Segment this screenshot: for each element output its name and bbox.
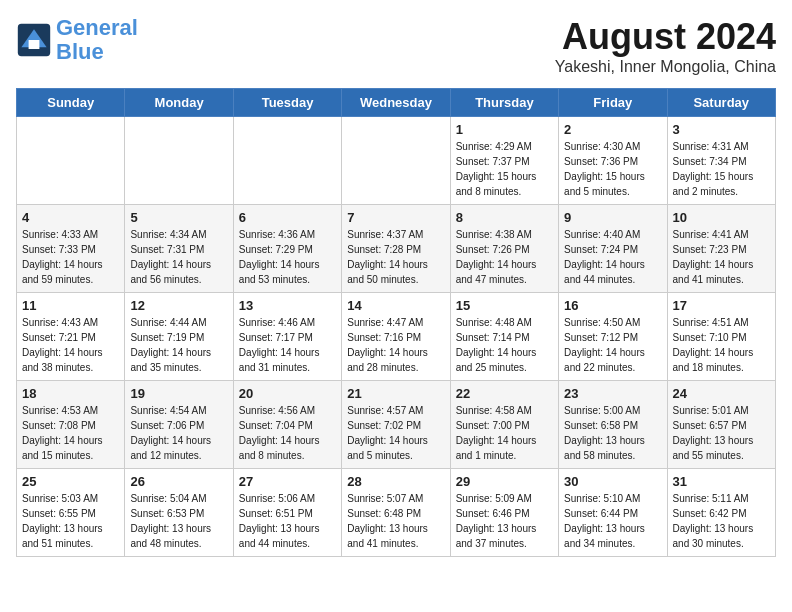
calendar-cell: 29Sunrise: 5:09 AM Sunset: 6:46 PM Dayli…: [450, 469, 558, 557]
day-number: 29: [456, 474, 553, 489]
day-info: Sunrise: 4:40 AM Sunset: 7:24 PM Dayligh…: [564, 227, 661, 287]
day-info: Sunrise: 5:03 AM Sunset: 6:55 PM Dayligh…: [22, 491, 119, 551]
day-info: Sunrise: 5:10 AM Sunset: 6:44 PM Dayligh…: [564, 491, 661, 551]
day-number: 30: [564, 474, 661, 489]
day-info: Sunrise: 4:37 AM Sunset: 7:28 PM Dayligh…: [347, 227, 444, 287]
day-number: 17: [673, 298, 770, 313]
day-info: Sunrise: 4:58 AM Sunset: 7:00 PM Dayligh…: [456, 403, 553, 463]
day-number: 26: [130, 474, 227, 489]
day-number: 23: [564, 386, 661, 401]
day-info: Sunrise: 5:11 AM Sunset: 6:42 PM Dayligh…: [673, 491, 770, 551]
calendar-cell: [233, 117, 341, 205]
day-number: 27: [239, 474, 336, 489]
calendar-cell: 17Sunrise: 4:51 AM Sunset: 7:10 PM Dayli…: [667, 293, 775, 381]
calendar-header: SundayMondayTuesdayWednesdayThursdayFrid…: [17, 89, 776, 117]
calendar-cell: 21Sunrise: 4:57 AM Sunset: 7:02 PM Dayli…: [342, 381, 450, 469]
day-number: 6: [239, 210, 336, 225]
calendar-title: August 2024: [555, 16, 776, 58]
calendar-cell: 26Sunrise: 5:04 AM Sunset: 6:53 PM Dayli…: [125, 469, 233, 557]
calendar-cell: 19Sunrise: 4:54 AM Sunset: 7:06 PM Dayli…: [125, 381, 233, 469]
day-number: 28: [347, 474, 444, 489]
day-info: Sunrise: 4:31 AM Sunset: 7:34 PM Dayligh…: [673, 139, 770, 199]
weekday-header: Monday: [125, 89, 233, 117]
day-info: Sunrise: 4:56 AM Sunset: 7:04 PM Dayligh…: [239, 403, 336, 463]
logo-blue: Blue: [56, 39, 104, 64]
day-number: 24: [673, 386, 770, 401]
day-info: Sunrise: 5:04 AM Sunset: 6:53 PM Dayligh…: [130, 491, 227, 551]
calendar-week-row: 25Sunrise: 5:03 AM Sunset: 6:55 PM Dayli…: [17, 469, 776, 557]
calendar-cell: 25Sunrise: 5:03 AM Sunset: 6:55 PM Dayli…: [17, 469, 125, 557]
day-info: Sunrise: 4:34 AM Sunset: 7:31 PM Dayligh…: [130, 227, 227, 287]
day-info: Sunrise: 5:01 AM Sunset: 6:57 PM Dayligh…: [673, 403, 770, 463]
day-number: 22: [456, 386, 553, 401]
calendar-cell: 23Sunrise: 5:00 AM Sunset: 6:58 PM Dayli…: [559, 381, 667, 469]
weekday-header: Saturday: [667, 89, 775, 117]
day-info: Sunrise: 4:53 AM Sunset: 7:08 PM Dayligh…: [22, 403, 119, 463]
weekday-row: SundayMondayTuesdayWednesdayThursdayFrid…: [17, 89, 776, 117]
calendar-cell: 7Sunrise: 4:37 AM Sunset: 7:28 PM Daylig…: [342, 205, 450, 293]
calendar-cell: 2Sunrise: 4:30 AM Sunset: 7:36 PM Daylig…: [559, 117, 667, 205]
calendar-week-row: 11Sunrise: 4:43 AM Sunset: 7:21 PM Dayli…: [17, 293, 776, 381]
day-number: 14: [347, 298, 444, 313]
calendar-body: 1Sunrise: 4:29 AM Sunset: 7:37 PM Daylig…: [17, 117, 776, 557]
calendar-cell: 27Sunrise: 5:06 AM Sunset: 6:51 PM Dayli…: [233, 469, 341, 557]
calendar-cell: 22Sunrise: 4:58 AM Sunset: 7:00 PM Dayli…: [450, 381, 558, 469]
day-info: Sunrise: 5:06 AM Sunset: 6:51 PM Dayligh…: [239, 491, 336, 551]
weekday-header: Wednesday: [342, 89, 450, 117]
calendar-week-row: 1Sunrise: 4:29 AM Sunset: 7:37 PM Daylig…: [17, 117, 776, 205]
day-info: Sunrise: 4:54 AM Sunset: 7:06 PM Dayligh…: [130, 403, 227, 463]
day-number: 21: [347, 386, 444, 401]
calendar-week-row: 18Sunrise: 4:53 AM Sunset: 7:08 PM Dayli…: [17, 381, 776, 469]
day-info: Sunrise: 4:48 AM Sunset: 7:14 PM Dayligh…: [456, 315, 553, 375]
day-info: Sunrise: 4:29 AM Sunset: 7:37 PM Dayligh…: [456, 139, 553, 199]
day-info: Sunrise: 4:57 AM Sunset: 7:02 PM Dayligh…: [347, 403, 444, 463]
day-info: Sunrise: 4:51 AM Sunset: 7:10 PM Dayligh…: [673, 315, 770, 375]
calendar-cell: 24Sunrise: 5:01 AM Sunset: 6:57 PM Dayli…: [667, 381, 775, 469]
day-number: 15: [456, 298, 553, 313]
calendar-cell: 3Sunrise: 4:31 AM Sunset: 7:34 PM Daylig…: [667, 117, 775, 205]
calendar-cell: 31Sunrise: 5:11 AM Sunset: 6:42 PM Dayli…: [667, 469, 775, 557]
svg-rect-2: [29, 40, 40, 49]
day-number: 16: [564, 298, 661, 313]
day-number: 1: [456, 122, 553, 137]
day-info: Sunrise: 4:38 AM Sunset: 7:26 PM Dayligh…: [456, 227, 553, 287]
calendar-week-row: 4Sunrise: 4:33 AM Sunset: 7:33 PM Daylig…: [17, 205, 776, 293]
day-info: Sunrise: 4:33 AM Sunset: 7:33 PM Dayligh…: [22, 227, 119, 287]
day-number: 11: [22, 298, 119, 313]
calendar-cell: 15Sunrise: 4:48 AM Sunset: 7:14 PM Dayli…: [450, 293, 558, 381]
calendar-cell: 1Sunrise: 4:29 AM Sunset: 7:37 PM Daylig…: [450, 117, 558, 205]
day-number: 3: [673, 122, 770, 137]
day-number: 7: [347, 210, 444, 225]
day-number: 2: [564, 122, 661, 137]
calendar-cell: 5Sunrise: 4:34 AM Sunset: 7:31 PM Daylig…: [125, 205, 233, 293]
weekday-header: Friday: [559, 89, 667, 117]
day-number: 8: [456, 210, 553, 225]
weekday-header: Tuesday: [233, 89, 341, 117]
calendar-cell: 28Sunrise: 5:07 AM Sunset: 6:48 PM Dayli…: [342, 469, 450, 557]
day-info: Sunrise: 4:46 AM Sunset: 7:17 PM Dayligh…: [239, 315, 336, 375]
weekday-header: Sunday: [17, 89, 125, 117]
day-number: 31: [673, 474, 770, 489]
title-block: August 2024 Yakeshi, Inner Mongolia, Chi…: [555, 16, 776, 76]
calendar-cell: 20Sunrise: 4:56 AM Sunset: 7:04 PM Dayli…: [233, 381, 341, 469]
day-info: Sunrise: 5:09 AM Sunset: 6:46 PM Dayligh…: [456, 491, 553, 551]
day-number: 5: [130, 210, 227, 225]
day-info: Sunrise: 4:30 AM Sunset: 7:36 PM Dayligh…: [564, 139, 661, 199]
calendar-cell: 8Sunrise: 4:38 AM Sunset: 7:26 PM Daylig…: [450, 205, 558, 293]
day-info: Sunrise: 4:47 AM Sunset: 7:16 PM Dayligh…: [347, 315, 444, 375]
logo-general: General: [56, 15, 138, 40]
day-number: 9: [564, 210, 661, 225]
calendar-cell: 13Sunrise: 4:46 AM Sunset: 7:17 PM Dayli…: [233, 293, 341, 381]
calendar-cell: 9Sunrise: 4:40 AM Sunset: 7:24 PM Daylig…: [559, 205, 667, 293]
day-number: 4: [22, 210, 119, 225]
page-header: General Blue August 2024 Yakeshi, Inner …: [16, 16, 776, 76]
logo-text: General Blue: [56, 16, 138, 64]
logo: General Blue: [16, 16, 138, 64]
day-number: 10: [673, 210, 770, 225]
calendar-cell: [125, 117, 233, 205]
calendar-cell: 10Sunrise: 4:41 AM Sunset: 7:23 PM Dayli…: [667, 205, 775, 293]
calendar-table: SundayMondayTuesdayWednesdayThursdayFrid…: [16, 88, 776, 557]
day-number: 12: [130, 298, 227, 313]
calendar-cell: 14Sunrise: 4:47 AM Sunset: 7:16 PM Dayli…: [342, 293, 450, 381]
day-info: Sunrise: 5:07 AM Sunset: 6:48 PM Dayligh…: [347, 491, 444, 551]
